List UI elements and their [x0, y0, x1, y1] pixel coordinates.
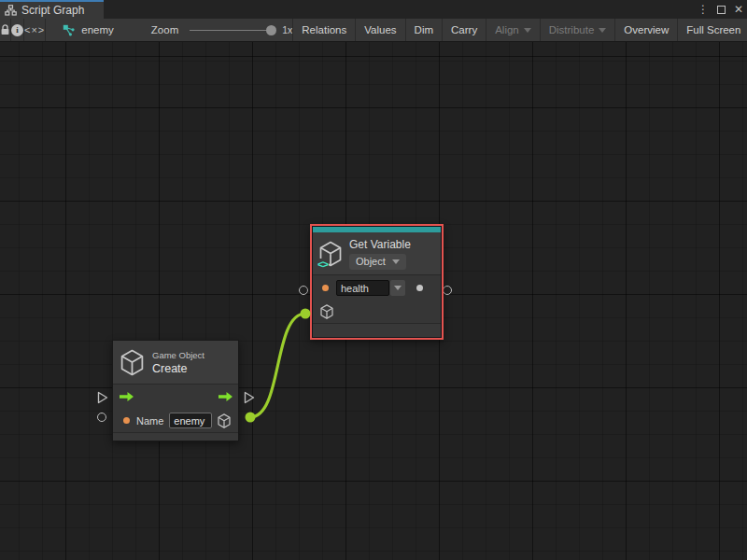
window-controls: ⋮ ✕	[698, 0, 745, 19]
chevron-down-icon	[394, 286, 402, 290]
name-input-port[interactable]	[123, 417, 130, 424]
variable-name-row	[313, 275, 441, 301]
create-node-footer	[113, 433, 238, 441]
graph-toolbar: i <×> enemy Zoom 1x Relations Values Dim	[0, 19, 747, 42]
zoom-label: Zoom	[151, 24, 178, 35]
create-name-outer-port[interactable]	[97, 413, 106, 422]
flow-in-port-triangle[interactable]	[97, 391, 108, 404]
lock-button[interactable]	[0, 19, 11, 41]
info-icon: i	[11, 24, 23, 36]
graph-canvas[interactable]: Game Object Create Name	[0, 42, 747, 560]
object-input-cube-icon[interactable]	[320, 304, 333, 319]
breadcrumb[interactable]: enemy	[63, 19, 114, 41]
node-create-game-object[interactable]: Game Object Create Name	[112, 340, 239, 441]
chevron-down-icon	[599, 28, 606, 33]
get-variable-right-outer-port[interactable]	[443, 286, 452, 295]
create-node-category: Game Object	[152, 350, 204, 360]
create-node-name-row: Name	[113, 409, 238, 432]
create-node-title: Create	[152, 362, 204, 375]
zoom-value: 1x	[282, 24, 292, 35]
carry-button[interactable]: Carry	[442, 19, 486, 41]
get-variable-title: Get Variable	[349, 238, 411, 251]
toolbar-buttons: Relations Values Dim Carry Align Distrib…	[292, 19, 747, 41]
create-node-header[interactable]: Game Object Create	[113, 341, 238, 384]
name-value-input[interactable]	[169, 413, 212, 428]
lock-icon	[0, 24, 10, 35]
inspect-button[interactable]: i	[11, 19, 24, 41]
variable-name-dropdown-button[interactable]	[390, 280, 405, 296]
flow-out-port-triangle[interactable]	[244, 391, 255, 404]
wire-target-dot	[301, 309, 311, 319]
code-brackets-icon: <>	[317, 259, 329, 270]
get-variable-footer	[313, 324, 441, 337]
flow-in-arrow-icon[interactable]	[119, 391, 134, 402]
tab-script-graph[interactable]: Script Graph	[0, 0, 104, 19]
graph-name-label: enemy	[81, 24, 114, 35]
variable-object-cube-icon: <>	[319, 241, 342, 267]
chevron-down-icon	[392, 259, 400, 264]
get-variable-header[interactable]: <> Get Variable Object	[313, 232, 441, 274]
values-button[interactable]: Values	[355, 19, 404, 41]
zoom-slider-thumb[interactable]	[266, 25, 276, 35]
name-param-label: Name	[136, 415, 163, 427]
flow-out-arrow-icon[interactable]	[218, 391, 233, 402]
align-button[interactable]: Align	[486, 19, 540, 41]
create-node-flow-row	[113, 385, 238, 409]
wire-source-dot	[246, 413, 256, 423]
relations-button[interactable]: Relations	[292, 19, 355, 41]
title-bar: Script Graph ⋮ ✕	[0, 0, 747, 19]
code-view-button[interactable]: <×>	[24, 19, 46, 41]
window-menu-icon[interactable]: ⋮	[698, 4, 709, 15]
variable-scope-dropdown[interactable]: Object	[349, 254, 406, 270]
variable-object-row	[313, 301, 441, 323]
get-variable-left-outer-port[interactable]	[299, 286, 308, 295]
node-get-variable[interactable]: <> Get Variable Object	[310, 224, 444, 340]
variable-value-output-port[interactable]	[416, 285, 423, 291]
chevron-down-icon	[524, 28, 531, 33]
close-icon[interactable]: ✕	[734, 4, 743, 15]
maximize-icon[interactable]	[717, 6, 726, 14]
tab-label: Script Graph	[21, 4, 84, 17]
game-object-cube-icon	[120, 349, 144, 376]
game-object-output-cube-icon[interactable]	[218, 413, 231, 428]
zoom-slider[interactable]	[190, 30, 274, 31]
graph-breadcrumb-icon	[63, 24, 76, 36]
distribute-button[interactable]: Distribute	[540, 19, 615, 41]
variable-name-input-port[interactable]	[322, 285, 329, 291]
code-icon: <×>	[24, 24, 45, 35]
zoom-control: Zoom 1x	[151, 19, 293, 41]
variable-name-input[interactable]	[336, 280, 389, 296]
fullscreen-button[interactable]: Full Screen	[677, 19, 747, 41]
overview-button[interactable]: Overview	[614, 19, 677, 41]
dim-button[interactable]: Dim	[405, 19, 442, 41]
script-graph-icon	[5, 5, 17, 16]
